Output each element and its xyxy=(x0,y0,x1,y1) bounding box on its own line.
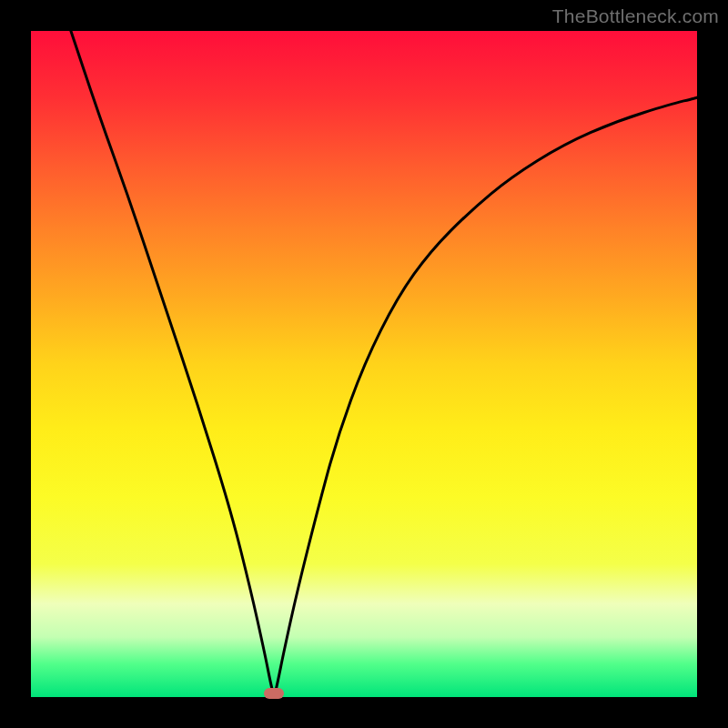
chart-frame: TheBottleneck.com xyxy=(0,0,728,728)
watermark-text: TheBottleneck.com xyxy=(552,5,719,27)
optimal-point-marker xyxy=(264,688,284,699)
bottleneck-curve xyxy=(31,31,697,697)
curve-path xyxy=(71,31,697,693)
plot-area xyxy=(31,31,697,697)
